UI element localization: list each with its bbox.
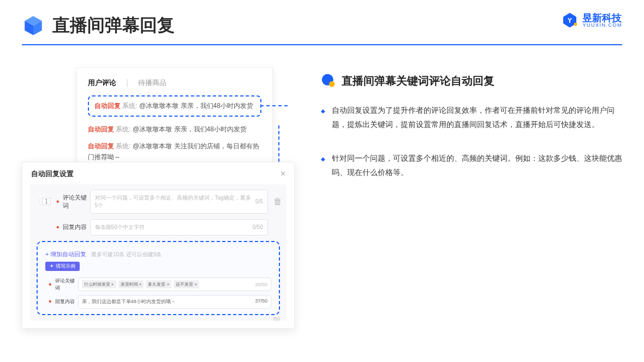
- reply-input[interactable]: 每条限50个中文字符 0/50: [90, 219, 268, 236]
- comment-text: @冰墩墩本墩 亲亲，我们48小时内发货: [139, 102, 253, 110]
- comment-text: @冰墩墩本墩 亲亲，我们48小时内发货: [133, 125, 247, 133]
- comment-text: @冰墩墩本墩 关注我们的店铺，每日都有热门推荐呦～: [88, 142, 259, 160]
- example-keyword-input[interactable]: 什么时候发货 × 发货时间 × 多久发货 × 还不发货 × 20/50: [78, 277, 271, 291]
- tab-user-comments[interactable]: 用户评论: [88, 78, 116, 88]
- add-auto-reply-link[interactable]: + 增加自动回复: [45, 251, 86, 257]
- bullet-point: 自动回复设置为了提升作者的评论回复效率，作者可在开播前针对常见的评论用户问题，提…: [321, 104, 622, 132]
- order-badge: 1: [42, 198, 51, 205]
- brand-en: YUUXIN.COM: [582, 23, 622, 28]
- keyword-tag[interactable]: 多久发货 ×: [146, 280, 171, 288]
- auto-reply-settings-modal: 自动回复设置 × ⋮⋮ 1 • 评论关键词 对同一个问题，可设置多个相近、高频的…: [22, 162, 295, 329]
- chat-bubble-icon: [321, 73, 336, 88]
- example-reply-counter: 37/50: [255, 298, 267, 305]
- settings-title: 自动回复设置: [31, 169, 74, 179]
- example-section: + 增加自动回复 最多可建10条 还可以创建9条 ✦ 填写示例 • 评论关键词 …: [37, 241, 280, 315]
- required-dot: •: [49, 297, 52, 306]
- add-limit-text: 最多可建10条 还可以创建9条: [91, 251, 162, 257]
- keyword-tag[interactable]: 什么时候发货 ×: [82, 280, 116, 288]
- example-keyword-counter: 20/50: [255, 282, 267, 287]
- section-title: 直播间弹幕关键词评论自动回复: [342, 74, 494, 88]
- example-reply-label: 回复内容: [55, 298, 78, 305]
- keyword-label: 评论关键词: [63, 194, 90, 210]
- system-label: 系统:: [116, 142, 130, 150]
- cube-icon: [22, 14, 45, 37]
- keyword-input[interactable]: 对同一个问题，可设置多个相近、高频的关键词，Tag确定，最多5个 0/5: [90, 190, 268, 214]
- keyword-placeholder: 对同一个问题，可设置多个相近、高频的关键词，Tag确定，最多5个: [95, 194, 251, 209]
- tab-separator: |: [126, 78, 128, 88]
- header-divider: [22, 44, 622, 45]
- auto-reply-label: 自动回复: [94, 102, 121, 110]
- svg-text:Y: Y: [568, 17, 572, 25]
- system-label: 系统:: [116, 125, 130, 133]
- example-keyword-label: 评论关键词: [55, 277, 78, 292]
- trash-icon[interactable]: 🗑: [273, 197, 280, 207]
- svg-point-4: [574, 23, 577, 26]
- page-title: 直播间弹幕回复: [52, 14, 175, 38]
- comments-panel: 用户评论 | 待播商品 自动回复 系统: @冰墩墩本墩 亲亲，我们48小时内发货…: [76, 68, 273, 177]
- required-dot: •: [56, 197, 59, 207]
- required-dot: •: [56, 222, 59, 232]
- highlighted-comment: 自动回复 系统: @冰墩墩本墩 亲亲，我们48小时内发货: [88, 95, 261, 117]
- example-badge: ✦ 填写示例: [45, 262, 80, 271]
- svg-point-6: [329, 81, 335, 87]
- brand-logo: Y 昱新科技 YUUXIN.COM: [562, 12, 622, 28]
- extra-counter: /50: [273, 316, 280, 322]
- keyword-tag[interactable]: 发货时间 ×: [118, 280, 144, 288]
- auto-reply-label: 自动回复: [88, 125, 114, 133]
- close-icon[interactable]: ×: [281, 169, 285, 179]
- keyword-counter: 0/5: [255, 198, 263, 204]
- required-dot: •: [49, 280, 52, 289]
- bullet-point: 针对同一个问题，可设置多个相近的、高频的关键词。例如：这款多少钱、这块能优惠吗、…: [321, 152, 622, 180]
- reply-placeholder: 每条限50个中文字符: [95, 224, 248, 231]
- example-reply-text: 亲，我们这边都是下单48小时内发货的哦～: [82, 298, 176, 305]
- example-reply-input[interactable]: 亲，我们这边都是下单48小时内发货的哦～ 37/50: [78, 295, 271, 309]
- auto-reply-label: 自动回复: [88, 142, 114, 150]
- reply-label: 回复内容: [63, 223, 90, 231]
- reply-counter: 0/50: [253, 224, 263, 230]
- drag-handle-icon[interactable]: ⋮⋮: [37, 199, 40, 204]
- brand-cn: 昱新科技: [582, 13, 622, 23]
- system-label: 系统:: [122, 102, 137, 110]
- tab-pending-products[interactable]: 待播商品: [138, 78, 166, 88]
- keyword-tag[interactable]: 还不发货 ×: [174, 280, 199, 288]
